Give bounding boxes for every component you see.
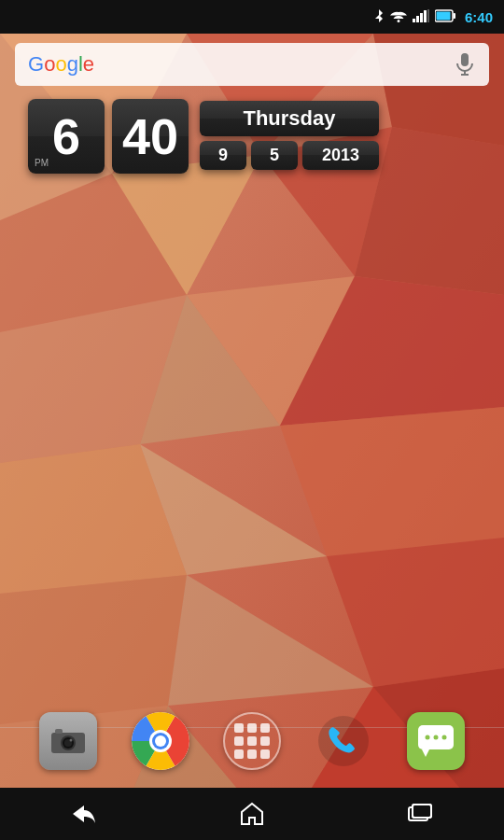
clock-widget: 6 PM 40 Thursday 9 5 2013 (28, 99, 379, 174)
flip-clock: 6 PM 40 (28, 99, 189, 174)
nav-bar (0, 788, 504, 840)
svg-rect-6 (453, 13, 455, 19)
svg-point-41 (70, 739, 73, 742)
svg-point-52 (441, 735, 446, 740)
date-month: 9 (200, 141, 246, 170)
svg-rect-7 (436, 11, 450, 20)
battery-icon (435, 9, 455, 25)
clock-hour-tile: 6 PM (28, 99, 105, 174)
signal-icon (413, 9, 429, 25)
clock-minute: 40 (122, 111, 178, 161)
dock-chrome-icon[interactable] (131, 711, 190, 771)
date-day-num: 5 (251, 141, 298, 170)
wifi-icon (390, 9, 407, 25)
svg-point-50 (425, 735, 429, 740)
dock (0, 694, 504, 788)
svg-rect-1 (416, 16, 419, 22)
svg-marker-49 (422, 749, 429, 757)
dock-messenger-icon[interactable] (406, 711, 466, 771)
svg-rect-34 (461, 53, 469, 66)
svg-rect-0 (413, 19, 415, 22)
date-widget: Thursday 9 5 2013 (200, 101, 379, 170)
svg-rect-2 (420, 13, 423, 22)
svg-rect-42 (55, 729, 63, 734)
nav-home-button[interactable] (224, 795, 280, 833)
google-logo: Google (28, 52, 454, 77)
dock-camera-icon[interactable] (38, 711, 98, 771)
microphone-icon[interactable] (454, 53, 476, 76)
svg-rect-54 (413, 805, 431, 818)
clock-hour: 6 (52, 111, 80, 161)
dock-apps-icon[interactable] (222, 711, 282, 771)
apps-grid (234, 723, 270, 759)
status-time: 6:40 (465, 9, 493, 25)
status-bar: 6:40 (0, 0, 504, 34)
bluetooth-icon (373, 8, 385, 26)
svg-rect-3 (424, 10, 427, 22)
clock-ampm: PM (35, 158, 49, 168)
nav-recents-button[interactable] (392, 795, 448, 833)
date-year: 2013 (302, 141, 379, 170)
svg-point-46 (155, 735, 166, 747)
svg-point-47 (318, 716, 369, 766)
svg-rect-4 (427, 9, 429, 22)
clock-minute-tile: 40 (112, 99, 189, 174)
date-day: Thursday (200, 101, 379, 136)
search-input-container[interactable]: Google (15, 43, 489, 86)
date-numbers: 9 5 2013 (200, 141, 379, 170)
nav-back-button[interactable] (56, 795, 112, 833)
svg-point-51 (433, 735, 438, 740)
search-bar[interactable]: Google (0, 34, 504, 95)
dock-phone-icon[interactable] (314, 711, 373, 771)
